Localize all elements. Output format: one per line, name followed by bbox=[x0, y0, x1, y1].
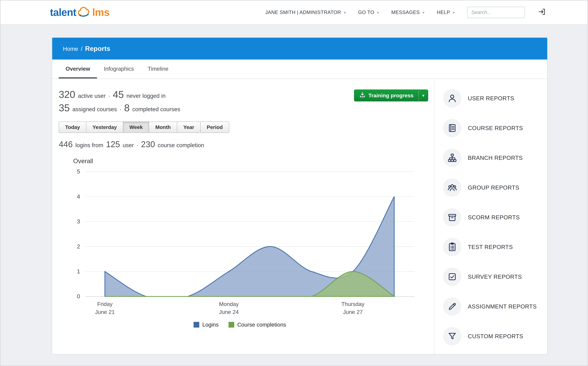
reports-page: { "brand": { "talent": "talent", "lms": … bbox=[0, 0, 588, 366]
filter-button[interactable]: Week bbox=[123, 122, 149, 133]
org-tree-icon bbox=[443, 149, 461, 167]
svg-text:Thursday: Thursday bbox=[341, 301, 365, 307]
never-logged-in-count: 45 bbox=[113, 89, 124, 100]
assigned-courses-count: 35 bbox=[59, 102, 70, 114]
sidebar-item-branch-reports[interactable]: BRANCH REPORTS bbox=[443, 143, 547, 173]
clipboard-list-icon bbox=[443, 238, 461, 256]
stats-block: 320 active user · 45 never logged in 35 … bbox=[59, 89, 180, 115]
messages-menu[interactable]: MESSAGES bbox=[391, 9, 425, 15]
filter-button[interactable]: Today bbox=[59, 122, 86, 133]
training-progress-caret[interactable] bbox=[419, 90, 428, 101]
tab-timeline[interactable]: Timeline bbox=[141, 60, 175, 79]
course-completions-count: 230 bbox=[141, 139, 155, 149]
help-menu[interactable]: HELP bbox=[437, 9, 455, 15]
training-progress-label: Training progress bbox=[368, 92, 413, 99]
time-filter-group: Today Yesterday Week Month Year Period bbox=[59, 122, 229, 133]
svg-text:4: 4 bbox=[77, 193, 80, 200]
talentlms-logo[interactable]: talent lms bbox=[50, 5, 109, 19]
package-icon bbox=[443, 208, 461, 227]
chevron-down-icon bbox=[422, 9, 425, 15]
breadcrumb: Home / Reports bbox=[52, 38, 547, 59]
cloud-icon bbox=[76, 5, 92, 19]
book-icon bbox=[443, 119, 461, 137]
chevron-down-icon bbox=[377, 9, 379, 15]
search-input[interactable] bbox=[467, 7, 525, 18]
dot-separator: · bbox=[120, 106, 121, 113]
navbar-menu: JANE SMITH | ADMINISTRATOR GO TO MESSAGE… bbox=[265, 7, 546, 18]
filter-button[interactable]: Yesterday bbox=[86, 122, 123, 133]
legend-swatch bbox=[229, 322, 234, 328]
filter-button[interactable]: Month bbox=[149, 122, 177, 133]
user-account-menu[interactable]: JANE SMITH | ADMINISTRATOR bbox=[265, 9, 346, 15]
report-tabs: Overview Infographics Timeline bbox=[52, 60, 547, 79]
svg-text:June 24: June 24 bbox=[219, 309, 239, 315]
svg-text:3: 3 bbox=[77, 218, 80, 225]
filter-button[interactable]: Period bbox=[200, 122, 229, 133]
week-summary-line: 446 logins from 125 user · 230 course co… bbox=[59, 139, 434, 149]
chart-title: Overall bbox=[73, 157, 434, 165]
logo-lms-text: lms bbox=[92, 7, 109, 18]
sign-out-icon bbox=[538, 8, 546, 17]
tab-overview[interactable]: Overview bbox=[59, 60, 97, 79]
courses-stat-line: 35 assigned courses · 8 completed course… bbox=[59, 102, 180, 114]
svg-text:Friday: Friday bbox=[97, 301, 113, 307]
legend-item-course-completions: Course completions bbox=[229, 322, 286, 328]
active-users-count: 320 bbox=[59, 89, 75, 100]
chevron-down-icon bbox=[344, 9, 346, 15]
completed-courses-count: 8 bbox=[124, 102, 130, 114]
sidebar-item-user-reports[interactable]: USER REPORTS bbox=[443, 84, 547, 113]
chevron-down-icon bbox=[453, 9, 455, 15]
svg-text:June 27: June 27 bbox=[343, 309, 363, 315]
training-progress-button[interactable]: Training progress bbox=[354, 90, 428, 101]
dot-separator: · bbox=[136, 142, 138, 149]
user-icon bbox=[443, 89, 461, 107]
chart-legend: Logins Course completions bbox=[59, 322, 421, 328]
breadcrumb-separator: / bbox=[81, 38, 83, 60]
checkbox-icon bbox=[443, 267, 461, 286]
overall-chart: 012345FridayJune 21MondayJune 24Thursday… bbox=[70, 167, 432, 321]
breadcrumb-home-link[interactable]: Home bbox=[63, 38, 78, 60]
goto-menu[interactable]: GO TO bbox=[358, 9, 379, 15]
logins-count: 446 bbox=[59, 139, 73, 149]
svg-text:Monday: Monday bbox=[219, 301, 239, 307]
overview-panel: 320 active user · 45 never logged in 35 … bbox=[52, 79, 434, 354]
legend-swatch bbox=[194, 322, 199, 328]
svg-text:5: 5 bbox=[77, 168, 80, 175]
reports-sidebar: USER REPORTS COURSE REPORTS bbox=[434, 79, 547, 354]
sidebar-item-scorm-reports[interactable]: SCORM REPORTS bbox=[443, 202, 547, 232]
svg-text:2: 2 bbox=[77, 243, 80, 250]
people-group-icon bbox=[443, 178, 461, 197]
reports-card: Home / Reports Overview Infographics Tim… bbox=[52, 37, 548, 354]
dot-separator: · bbox=[108, 92, 110, 99]
svg-text:June 21: June 21 bbox=[95, 309, 115, 315]
sidebar-item-assignment-reports[interactable]: ASSIGNMENT REPORTS bbox=[443, 292, 547, 321]
sidebar-item-custom-reports[interactable]: CUSTOM REPORTS bbox=[443, 321, 547, 351]
users-stat-line: 320 active user · 45 never logged in bbox=[59, 89, 180, 100]
svg-text:0: 0 bbox=[77, 293, 80, 299]
sidebar-item-course-reports[interactable]: COURSE REPORTS bbox=[443, 113, 547, 143]
svg-text:1: 1 bbox=[77, 268, 80, 275]
legend-item-logins: Logins bbox=[194, 322, 219, 328]
funnel-icon bbox=[443, 327, 461, 345]
tab-infographics[interactable]: Infographics bbox=[97, 60, 141, 79]
sign-out-button[interactable] bbox=[537, 7, 546, 18]
pencil-icon bbox=[443, 297, 461, 316]
login-users-count: 125 bbox=[106, 139, 120, 149]
sidebar-item-test-reports[interactable]: TEST REPORTS bbox=[443, 232, 547, 262]
sidebar-item-survey-reports[interactable]: SURVEY REPORTS bbox=[443, 262, 547, 292]
sidebar-item-group-reports[interactable]: GROUP REPORTS bbox=[443, 173, 547, 202]
filter-button[interactable]: Year bbox=[177, 122, 201, 133]
logo-talent-text: talent bbox=[50, 7, 76, 18]
download-icon bbox=[359, 92, 366, 99]
top-navbar: talent lms JANE SMITH | ADMINISTRATOR GO… bbox=[0, 0, 588, 25]
page-title: Reports bbox=[85, 38, 110, 59]
search-box bbox=[467, 7, 525, 18]
